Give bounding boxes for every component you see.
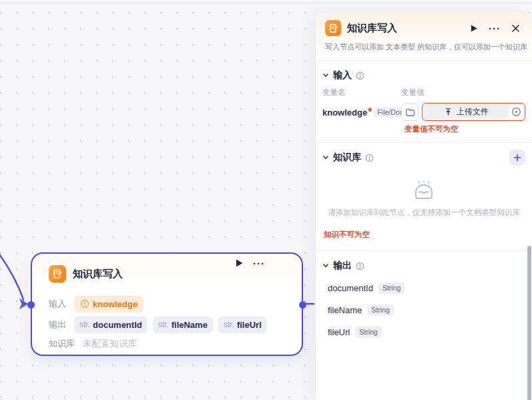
- variable-value-error: 变量值不可为空: [405, 124, 525, 134]
- node-output-port[interactable]: [299, 301, 306, 309]
- output-section: 输出 documentId String fileName String fil…: [316, 251, 532, 339]
- output-tag-filename: str.fileName: [153, 317, 213, 333]
- output-tag-documentid: str.documentId: [74, 317, 148, 333]
- node-kb-row: 知识库 未配置知识库: [49, 337, 137, 351]
- info-icon[interactable]: [365, 154, 374, 162]
- info-icon[interactable]: [356, 262, 364, 270]
- node-more-button[interactable]: ···: [252, 256, 266, 270]
- knowledge-base-section: 知识库: [316, 143, 532, 240]
- output-row-fileurl: fileUrl String: [322, 325, 525, 339]
- output-row-documentid: documentId String: [322, 281, 525, 294]
- variable-name: knowledge: [322, 108, 367, 118]
- kb-section-title: 知识库: [333, 152, 361, 164]
- chevron-down-icon[interactable]: [322, 262, 329, 269]
- node-output-label: 输出: [49, 319, 66, 331]
- input-section-title: 输入: [333, 69, 352, 81]
- folder-icon: [405, 108, 415, 117]
- input-knowledge-tag[interactable]: knowledge: [74, 296, 144, 313]
- upload-icon: [444, 108, 453, 116]
- circle-dot-icon[interactable]: [509, 105, 523, 120]
- input-section: 输入 变量名 变量值 knowledge * File/Doc: [316, 61, 532, 134]
- node-output-row: 输出 str.documentId str.fileName str.fileU…: [49, 316, 272, 333]
- panel-run-button[interactable]: [467, 21, 481, 35]
- type-chip-string: String: [367, 305, 393, 316]
- node-title: 知识库写入: [73, 268, 123, 280]
- chevron-down-icon[interactable]: [322, 154, 329, 161]
- kb-empty-state: 请添加知识库到此节点，仅支持添加一个文档类型知识库: [322, 180, 525, 218]
- output-section-title: 输出: [333, 260, 352, 272]
- required-mark: *: [368, 106, 372, 118]
- node-run-button[interactable]: [232, 256, 246, 270]
- node-input-row: 输入 knowledge: [49, 295, 144, 313]
- panel-header: 知识库写入 ··· 写入节点可以添加 文本类: [316, 13, 532, 60]
- column-variable-name: 变量名: [322, 87, 401, 97]
- node-kb-label: 知识库: [49, 338, 75, 350]
- knowledge-write-panel-icon: [325, 20, 341, 36]
- node-input-port[interactable]: [27, 301, 35, 309]
- empty-inbox-icon: [413, 180, 435, 200]
- panel-more-button[interactable]: ···: [487, 21, 502, 35]
- node-input-label: 输入: [49, 298, 66, 310]
- plus-icon: [513, 154, 521, 162]
- output-tag-fileurl: str.fileUrl: [218, 317, 267, 333]
- upload-field-error: 上传文件: [422, 103, 525, 121]
- knowledge-write-node-icon: [49, 265, 66, 282]
- output-row-filename: fileName String: [322, 303, 525, 317]
- node-knowledge-write[interactable]: 知识库写入 ··· 输入 knowledge: [31, 252, 303, 356]
- kb-empty-text: 请添加知识库到此节点，仅支持添加一个文档类型知识库: [322, 208, 525, 218]
- info-icon[interactable]: [356, 71, 364, 80]
- panel-close-button[interactable]: [508, 21, 523, 35]
- browse-file-button[interactable]: [401, 104, 419, 121]
- add-knowledge-base-button[interactable]: [509, 150, 525, 166]
- panel-title: 知识库写入: [347, 22, 467, 35]
- chevron-down-icon[interactable]: [322, 72, 329, 79]
- upload-file-button[interactable]: 上传文件: [424, 105, 509, 119]
- type-chip-string: String: [355, 327, 381, 338]
- node-kb-empty-value: 未配置知识库: [83, 338, 137, 350]
- node-config-panel: 知识库写入 ··· 写入节点可以添加 文本类: [315, 12, 532, 400]
- type-chip-string: String: [378, 282, 405, 294]
- panel-scrollbar[interactable]: [527, 246, 531, 400]
- column-variable-value: 变量值: [401, 87, 425, 97]
- workflow-editor: 知识库写入 ··· 输入 knowledge: [0, 0, 532, 400]
- kb-error: 知识不可为空: [324, 230, 525, 240]
- warning-icon: [80, 299, 89, 309]
- panel-description: 写入节点可以添加 文本类型 的知识库，仅可以添加一个知识库: [325, 42, 523, 52]
